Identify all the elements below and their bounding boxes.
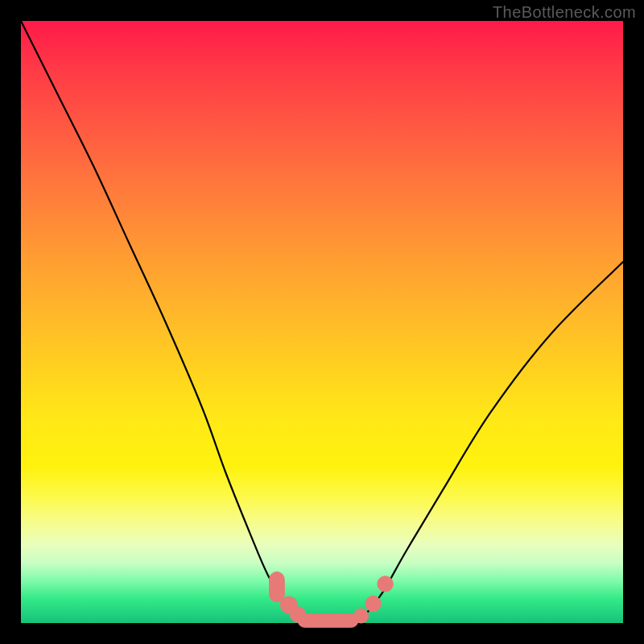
- marker-pill-0: [270, 572, 285, 601]
- watermark-text: TheBottleneck.com: [493, 3, 636, 22]
- marker-pill-3: [298, 614, 358, 627]
- curve-layer: [21, 21, 623, 623]
- marker-dot-6: [378, 576, 393, 592]
- plot-area: [21, 21, 623, 623]
- marker-dot-5: [365, 596, 381, 611]
- chart-frame: TheBottleneck.com: [0, 0, 644, 644]
- marker-dot-4: [354, 609, 369, 623]
- bottleneck-curve: [21, 21, 623, 621]
